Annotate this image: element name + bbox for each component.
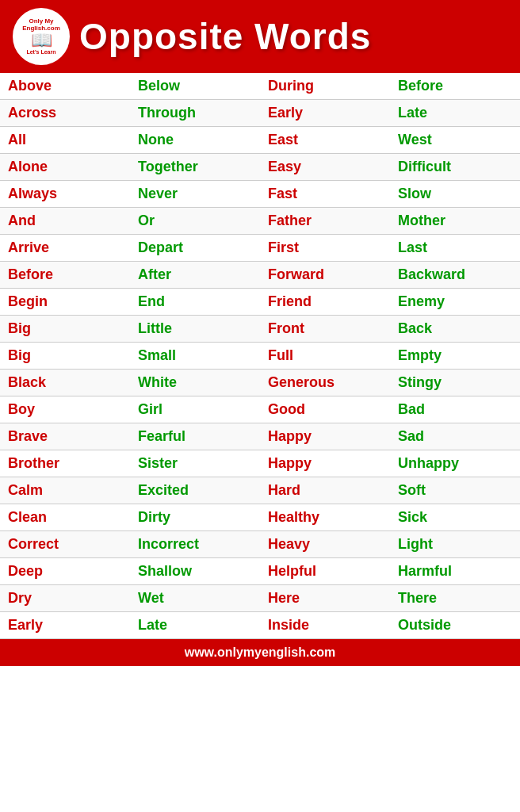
table-cell: East <box>260 127 390 154</box>
table-cell: Happy <box>260 450 390 477</box>
table-cell: Begin <box>0 289 130 316</box>
table-cell: Before <box>0 262 130 289</box>
table-cell: Sick <box>390 504 520 531</box>
page-title: Opposite Words <box>79 15 371 58</box>
table-cell: Depart <box>130 235 260 262</box>
table-row: BigSmallFullEmpty <box>0 343 520 370</box>
table-row: EarlyLateInsideOutside <box>0 612 520 639</box>
table-cell: Excited <box>130 477 260 504</box>
table-row: BraveFearfulHappySad <box>0 423 520 450</box>
table-cell: Full <box>260 343 390 370</box>
table-cell: Black <box>0 370 130 396</box>
table-cell: Shallow <box>130 558 260 585</box>
table-cell: Unhappy <box>390 450 520 477</box>
table-cell: Soft <box>390 477 520 504</box>
page-header: Only My English.com 📖 Let's Learn Opposi… <box>0 0 520 73</box>
table-row: ArriveDepartFirstLast <box>0 235 520 262</box>
table-cell: Big <box>0 316 130 343</box>
table-cell: All <box>0 127 130 154</box>
table-cell: Early <box>0 612 130 639</box>
table-cell: Wet <box>130 585 260 612</box>
table-cell: Difficult <box>390 154 520 181</box>
table-row: BlackWhiteGenerousStingy <box>0 370 520 396</box>
table-row: BoyGirlGoodBad <box>0 396 520 423</box>
logo-book-icon: 📖 <box>31 32 52 49</box>
table-cell: Before <box>390 73 520 100</box>
table-cell: Below <box>130 73 260 100</box>
footer-url: www.onlymyenglish.com <box>185 645 336 659</box>
table-row: CorrectIncorrectHeavyLight <box>0 531 520 558</box>
table-cell: Front <box>260 316 390 343</box>
table-cell: Outside <box>390 612 520 639</box>
table-cell: Late <box>390 100 520 127</box>
table-cell: Hard <box>260 477 390 504</box>
table-row: DryWetHereThere <box>0 585 520 612</box>
table-cell: Dry <box>0 585 130 612</box>
table-row: AndOrFatherMother <box>0 208 520 235</box>
table-cell: Healthy <box>260 504 390 531</box>
table-row: BeginEndFriendEnemy <box>0 289 520 316</box>
table-cell: Enemy <box>390 289 520 316</box>
table-cell: End <box>130 289 260 316</box>
table-cell: Arrive <box>0 235 130 262</box>
table-cell: Empty <box>390 343 520 370</box>
table-row: AlwaysNeverFastSlow <box>0 181 520 208</box>
table-cell: Little <box>130 316 260 343</box>
table-cell: Backward <box>390 262 520 289</box>
table-cell: Together <box>130 154 260 181</box>
opposite-words-table: AboveBelowDuringBeforeAcrossThroughEarly… <box>0 73 520 639</box>
table-cell: Always <box>0 181 130 208</box>
footer: www.onlymyenglish.com <box>0 639 520 666</box>
table-cell: Helpful <box>260 558 390 585</box>
table-cell: Early <box>260 100 390 127</box>
table-cell: There <box>390 585 520 612</box>
table-cell: Stingy <box>390 370 520 396</box>
table-row: AboveBelowDuringBefore <box>0 73 520 100</box>
table-row: DeepShallowHelpfulHarmful <box>0 558 520 585</box>
table-cell: Late <box>130 612 260 639</box>
table-cell: Fast <box>260 181 390 208</box>
table-row: AloneTogetherEasyDifficult <box>0 154 520 181</box>
table-cell: Light <box>390 531 520 558</box>
table-cell: Boy <box>0 396 130 423</box>
table-cell: Above <box>0 73 130 100</box>
table-cell: Correct <box>0 531 130 558</box>
table-cell: Deep <box>0 558 130 585</box>
table-cell: Happy <box>260 423 390 450</box>
table-cell: Bad <box>390 396 520 423</box>
logo-bottom-text: Let's Learn <box>26 49 55 55</box>
table-cell: And <box>0 208 130 235</box>
table-cell: Incorrect <box>130 531 260 558</box>
table-row: AllNoneEastWest <box>0 127 520 154</box>
table-cell: Last <box>390 235 520 262</box>
table-cell: Slow <box>390 181 520 208</box>
table-cell: Friend <box>260 289 390 316</box>
table-row: BigLittleFrontBack <box>0 316 520 343</box>
table-cell: Never <box>130 181 260 208</box>
table-cell: Brother <box>0 450 130 477</box>
table-cell: Sister <box>130 450 260 477</box>
table-cell: Girl <box>130 396 260 423</box>
table-cell: Good <box>260 396 390 423</box>
table-cell: Or <box>130 208 260 235</box>
table-cell: Easy <box>260 154 390 181</box>
table-cell: Inside <box>260 612 390 639</box>
table-row: BeforeAfterForwardBackward <box>0 262 520 289</box>
table-cell: Harmful <box>390 558 520 585</box>
table-cell: During <box>260 73 390 100</box>
table-cell: First <box>260 235 390 262</box>
table-cell: West <box>390 127 520 154</box>
table-cell: Across <box>0 100 130 127</box>
table-cell: Clean <box>0 504 130 531</box>
table-cell: Back <box>390 316 520 343</box>
table-cell: Father <box>260 208 390 235</box>
table-cell: Calm <box>0 477 130 504</box>
table-cell: White <box>130 370 260 396</box>
table-row: CalmExcitedHardSoft <box>0 477 520 504</box>
table-cell: Big <box>0 343 130 370</box>
table-cell: Here <box>260 585 390 612</box>
table-cell: Mother <box>390 208 520 235</box>
table-row: CleanDirtyHealthySick <box>0 504 520 531</box>
table-cell: Fearful <box>130 423 260 450</box>
table-cell: Small <box>130 343 260 370</box>
